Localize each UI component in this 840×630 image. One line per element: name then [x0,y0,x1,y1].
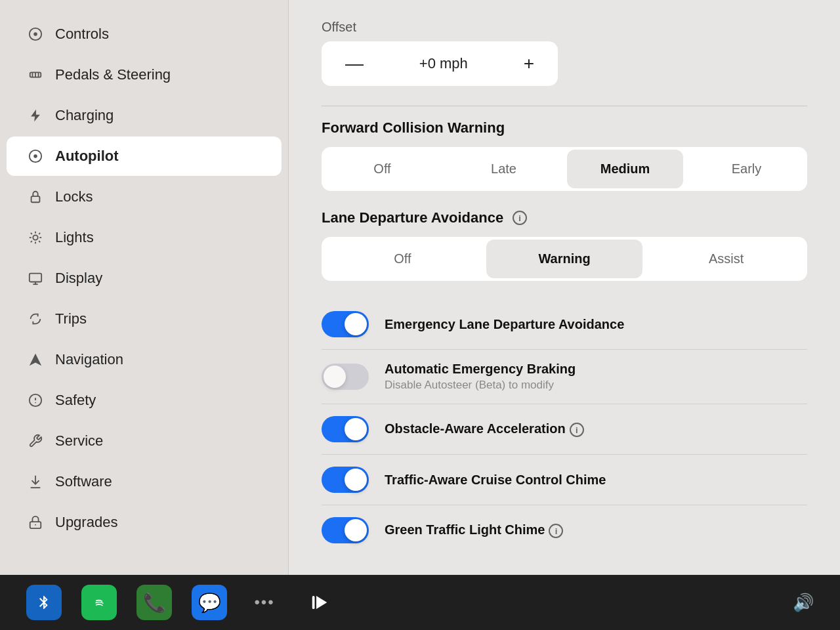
toggle-title-auto-emergency-braking: Automatic Emergency Braking [385,362,576,376]
toggle-subtitle-auto-emergency-braking: Disable Autosteer (Beta) to modify [385,379,807,392]
volume-icon[interactable]: 🔊 [793,593,814,613]
sidebar-item-lights[interactable]: Lights [7,218,282,257]
toggle-info-icon-green-light[interactable]: i [549,524,563,538]
offset-value: +0 mph [374,55,513,72]
right-panel: Offset — +0 mph + Forward Collision Warn… [289,0,840,575]
fwd-collision-option-late[interactable]: Late [446,150,562,188]
sidebar-item-service-label: Service [55,432,103,450]
controls-icon [26,25,45,43]
sidebar-item-navigation[interactable]: Navigation [7,340,282,379]
phone-icon[interactable]: 📞 [136,585,172,620]
offset-plus-button[interactable]: + [513,51,545,77]
screen: Controls Pedals & Steering Charging Auto… [0,0,840,630]
offset-control: — +0 mph + [322,41,558,86]
sidebar-item-service[interactable]: Service [7,421,282,461]
sidebar-item-lights-label: Lights [55,229,94,246]
toggle-knob-green-light [345,519,367,541]
display-icon [26,269,45,287]
sidebar-item-software[interactable]: Software [7,462,282,501]
sidebar-item-navigation-label: Navigation [55,351,123,368]
sidebar-item-software-label: Software [55,473,112,490]
svg-point-7 [33,154,37,158]
sidebar-item-display[interactable]: Display [7,259,282,298]
svg-point-9 [33,235,37,240]
sidebar-item-pedals-steering[interactable]: Pedals & Steering [7,55,282,94]
svg-line-17 [39,233,40,234]
fwd-collision-option-off[interactable]: Off [324,150,440,188]
pedals-steering-icon [26,66,45,84]
toggle-switch-traffic-cruise[interactable] [322,467,369,493]
sidebar-item-locks-label: Locks [55,188,93,205]
toggle-info-icon-obstacle-aware[interactable]: i [570,423,584,437]
toggle-switch-emergency-lane[interactable] [322,311,369,337]
svg-point-24 [35,402,36,403]
messages-icon[interactable]: 💬 [192,585,227,620]
trips-icon [26,310,45,328]
svg-marker-21 [30,354,41,366]
fwd-collision-option-medium[interactable]: Medium [567,150,683,188]
toggle-info-emergency-lane: Emergency Lane Departure Avoidance [385,317,807,332]
safety-icon [26,391,45,410]
spotify-icon[interactable] [81,585,117,620]
forward-collision-heading: Forward Collision Warning [322,119,807,136]
sidebar-item-pedals-steering-label: Pedals & Steering [55,66,171,83]
fwd-collision-option-early[interactable]: Early [688,150,805,188]
toggle-title-green-light: Green Traffic Light Chime [385,522,545,537]
lane-departure-option-assist[interactable]: Assist [648,240,805,278]
toggle-info-auto-emergency-braking: Automatic Emergency Braking Disable Auto… [385,362,807,392]
sidebar-item-upgrades-label: Upgrades [55,514,117,531]
forward-collision-segmented: OffLateMediumEarly [322,147,807,191]
main-content: Controls Pedals & Steering Charging Auto… [0,0,840,575]
sidebar-item-safety[interactable]: Safety [7,381,282,420]
more-icon[interactable]: ••• [247,585,282,620]
toggle-knob-auto-emergency-braking [324,366,346,388]
lane-departure-heading: Lane Departure Avoidance i [322,209,807,226]
svg-line-16 [31,241,32,242]
svg-line-15 [39,241,40,242]
toggle-switch-obstacle-aware[interactable] [322,416,369,442]
lane-departure-info-icon[interactable]: i [513,211,527,225]
software-icon [26,472,45,491]
sidebar-item-autopilot[interactable]: Autopilot [7,136,282,176]
bluetooth-icon[interactable] [26,585,62,620]
svg-rect-29 [312,596,315,609]
sidebar-item-upgrades[interactable]: Upgrades [7,503,282,542]
lane-departure-segmented: OffWarningAssist [322,237,807,281]
sidebar-item-controls[interactable]: Controls [7,14,282,54]
toggle-switch-green-light[interactable] [322,517,369,543]
sidebar: Controls Pedals & Steering Charging Auto… [0,0,289,575]
toggle-title-emergency-lane: Emergency Lane Departure Avoidance [385,317,624,331]
sidebar-item-safety-label: Safety [55,392,96,409]
sidebar-item-locks[interactable]: Locks [7,177,282,217]
toggle-knob-obstacle-aware [345,418,367,440]
toggles-container: Emergency Lane Departure Avoidance Autom… [322,299,807,555]
divider-1 [322,106,807,106]
sidebar-item-display-label: Display [55,270,102,287]
toggle-switch-auto-emergency-braking[interactable] [322,364,369,390]
toggle-row-traffic-cruise: Traffic-Aware Cruise Control Chime [322,455,807,505]
upgrades-icon [26,513,45,532]
toggle-info-traffic-cruise: Traffic-Aware Cruise Control Chime [385,472,807,488]
sidebar-item-charging[interactable]: Charging [7,96,282,135]
toggle-title-traffic-cruise: Traffic-Aware Cruise Control Chime [385,472,606,487]
toggle-knob-traffic-cruise [345,469,367,491]
sidebar-item-controls-label: Controls [55,26,109,43]
lane-departure-option-warning[interactable]: Warning [486,240,643,278]
svg-point-27 [35,524,36,526]
taskbar: 📞 💬 ••• 🔊 [0,575,840,630]
sidebar-item-trips[interactable]: Trips [7,299,282,339]
svg-line-14 [31,233,32,234]
sidebar-item-autopilot-label: Autopilot [55,148,119,165]
media-icon[interactable] [302,585,337,620]
toggle-row-emergency-lane: Emergency Lane Departure Avoidance [322,299,807,350]
service-icon [26,432,45,450]
toggle-info-obstacle-aware: Obstacle-Aware Accelerationi [385,421,807,438]
offset-label: Offset [322,20,807,35]
svg-rect-18 [30,274,41,282]
lane-departure-option-off[interactable]: Off [324,240,481,278]
locks-icon [26,188,45,206]
toggle-row-green-light: Green Traffic Light Chimei [322,505,807,555]
lights-icon [26,228,45,247]
navigation-icon [26,350,45,369]
offset-minus-button[interactable]: — [335,51,374,77]
